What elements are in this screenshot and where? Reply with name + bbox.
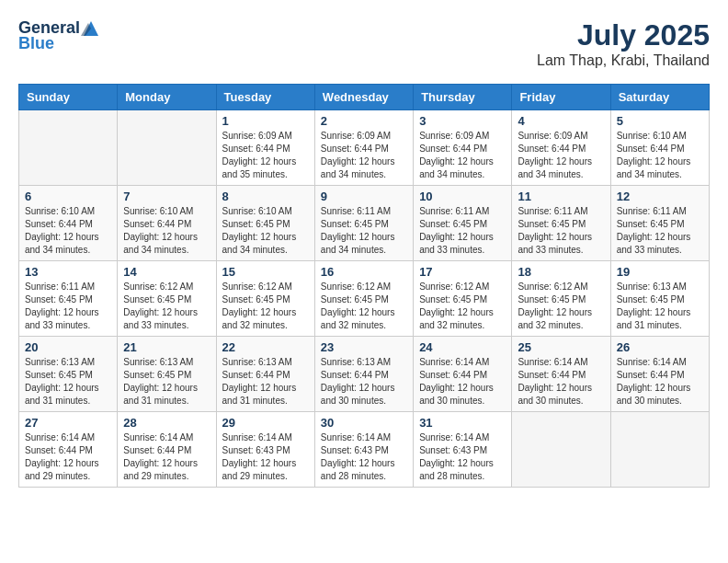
calendar-day-cell: 9Sunrise: 6:11 AM Sunset: 6:45 PM Daylig… <box>314 186 413 261</box>
day-number: 22 <box>222 340 309 354</box>
day-number: 28 <box>123 416 210 430</box>
day-of-week-header: Wednesday <box>314 85 413 110</box>
calendar-day-cell: 1Sunrise: 6:09 AM Sunset: 6:44 PM Daylig… <box>216 110 314 186</box>
day-number: 19 <box>617 265 703 279</box>
day-of-week-header: Thursday <box>414 85 512 110</box>
day-info: Sunrise: 6:12 AM Sunset: 6:45 PM Dayligh… <box>518 281 604 332</box>
calendar-day-cell: 5Sunrise: 6:10 AM Sunset: 6:44 PM Daylig… <box>610 110 709 186</box>
calendar-day-cell: 30Sunrise: 6:14 AM Sunset: 6:43 PM Dayli… <box>314 412 413 488</box>
day-info: Sunrise: 6:11 AM Sunset: 6:45 PM Dayligh… <box>419 205 506 257</box>
calendar-day-cell: 17Sunrise: 6:12 AM Sunset: 6:45 PM Dayli… <box>414 261 512 337</box>
day-info: Sunrise: 6:10 AM Sunset: 6:45 PM Dayligh… <box>222 205 309 257</box>
day-number: 20 <box>25 340 111 354</box>
day-of-week-header: Sunday <box>19 85 118 110</box>
day-info: Sunrise: 6:12 AM Sunset: 6:45 PM Dayligh… <box>321 281 407 332</box>
day-number: 14 <box>123 265 210 279</box>
day-of-week-header: Saturday <box>610 85 709 110</box>
calendar-day-cell: 18Sunrise: 6:12 AM Sunset: 6:45 PM Dayli… <box>512 261 610 337</box>
day-info: Sunrise: 6:09 AM Sunset: 6:44 PM Dayligh… <box>321 130 407 181</box>
day-number: 12 <box>617 190 703 203</box>
day-info: Sunrise: 6:13 AM Sunset: 6:45 PM Dayligh… <box>123 356 210 408</box>
calendar-day-cell: 26Sunrise: 6:14 AM Sunset: 6:44 PM Dayli… <box>610 337 709 412</box>
calendar-week-row: 6Sunrise: 6:10 AM Sunset: 6:44 PM Daylig… <box>19 186 710 261</box>
calendar-day-cell: 8Sunrise: 6:10 AM Sunset: 6:45 PM Daylig… <box>216 186 314 261</box>
logo-icon <box>81 19 101 38</box>
day-number: 9 <box>321 190 407 203</box>
day-number: 29 <box>222 416 309 430</box>
page-header: General Blue July 2025 Lam Thap, Krabi, … <box>18 18 710 69</box>
calendar-day-cell: 11Sunrise: 6:11 AM Sunset: 6:45 PM Dayli… <box>512 186 610 261</box>
calendar-day-cell: 27Sunrise: 6:14 AM Sunset: 6:44 PM Dayli… <box>19 412 118 488</box>
day-number: 16 <box>321 265 407 279</box>
calendar-day-cell: 23Sunrise: 6:13 AM Sunset: 6:44 PM Dayli… <box>314 337 413 412</box>
day-number: 30 <box>321 416 407 430</box>
location-subtitle: Lam Thap, Krabi, Thailand <box>537 52 710 69</box>
day-info: Sunrise: 6:14 AM Sunset: 6:43 PM Dayligh… <box>321 431 407 483</box>
calendar-day-cell: 10Sunrise: 6:11 AM Sunset: 6:45 PM Dayli… <box>414 186 512 261</box>
calendar-day-cell: 15Sunrise: 6:12 AM Sunset: 6:45 PM Dayli… <box>216 261 314 337</box>
calendar-day-cell <box>118 110 216 186</box>
day-info: Sunrise: 6:11 AM Sunset: 6:45 PM Dayligh… <box>321 205 407 257</box>
day-info: Sunrise: 6:11 AM Sunset: 6:45 PM Dayligh… <box>617 205 703 257</box>
day-info: Sunrise: 6:12 AM Sunset: 6:45 PM Dayligh… <box>123 281 210 332</box>
day-of-week-header: Friday <box>512 85 610 110</box>
day-info: Sunrise: 6:13 AM Sunset: 6:44 PM Dayligh… <box>321 356 407 408</box>
calendar-week-row: 27Sunrise: 6:14 AM Sunset: 6:44 PM Dayli… <box>19 412 710 488</box>
day-number: 1 <box>222 114 309 128</box>
day-info: Sunrise: 6:14 AM Sunset: 6:44 PM Dayligh… <box>123 431 210 483</box>
day-number: 13 <box>25 265 111 279</box>
calendar-table: SundayMondayTuesdayWednesdayThursdayFrid… <box>18 84 710 488</box>
logo: General Blue <box>18 18 102 53</box>
day-info: Sunrise: 6:12 AM Sunset: 6:45 PM Dayligh… <box>222 281 309 332</box>
calendar-day-cell: 14Sunrise: 6:12 AM Sunset: 6:45 PM Dayli… <box>118 261 216 337</box>
calendar-day-cell: 2Sunrise: 6:09 AM Sunset: 6:44 PM Daylig… <box>314 110 413 186</box>
day-info: Sunrise: 6:13 AM Sunset: 6:45 PM Dayligh… <box>25 356 111 408</box>
calendar-day-cell: 25Sunrise: 6:14 AM Sunset: 6:44 PM Dayli… <box>512 337 610 412</box>
day-number: 24 <box>419 340 506 354</box>
day-info: Sunrise: 6:10 AM Sunset: 6:44 PM Dayligh… <box>123 205 210 257</box>
day-number: 6 <box>25 190 111 203</box>
calendar-day-cell: 3Sunrise: 6:09 AM Sunset: 6:44 PM Daylig… <box>414 110 512 186</box>
day-number: 3 <box>419 114 506 128</box>
day-number: 18 <box>518 265 604 279</box>
day-number: 27 <box>25 416 111 430</box>
day-info: Sunrise: 6:09 AM Sunset: 6:44 PM Dayligh… <box>518 130 604 181</box>
day-info: Sunrise: 6:11 AM Sunset: 6:45 PM Dayligh… <box>25 281 111 332</box>
day-number: 7 <box>123 190 210 203</box>
calendar-day-cell: 24Sunrise: 6:14 AM Sunset: 6:44 PM Dayli… <box>414 337 512 412</box>
day-number: 26 <box>617 340 703 354</box>
day-info: Sunrise: 6:09 AM Sunset: 6:44 PM Dayligh… <box>419 130 506 181</box>
day-number: 25 <box>518 340 604 354</box>
calendar-day-cell: 20Sunrise: 6:13 AM Sunset: 6:45 PM Dayli… <box>19 337 118 412</box>
day-number: 4 <box>518 114 604 128</box>
calendar-day-cell: 4Sunrise: 6:09 AM Sunset: 6:44 PM Daylig… <box>512 110 610 186</box>
day-info: Sunrise: 6:09 AM Sunset: 6:44 PM Dayligh… <box>222 130 309 181</box>
day-info: Sunrise: 6:10 AM Sunset: 6:44 PM Dayligh… <box>25 205 111 257</box>
day-number: 8 <box>222 190 309 203</box>
calendar-day-cell: 31Sunrise: 6:14 AM Sunset: 6:43 PM Dayli… <box>414 412 512 488</box>
calendar-day-cell: 21Sunrise: 6:13 AM Sunset: 6:45 PM Dayli… <box>118 337 216 412</box>
calendar-day-cell: 28Sunrise: 6:14 AM Sunset: 6:44 PM Dayli… <box>118 412 216 488</box>
day-number: 23 <box>321 340 407 354</box>
calendar-day-cell: 13Sunrise: 6:11 AM Sunset: 6:45 PM Dayli… <box>19 261 118 337</box>
calendar-week-row: 20Sunrise: 6:13 AM Sunset: 6:45 PM Dayli… <box>19 337 710 412</box>
day-number: 10 <box>419 190 506 203</box>
title-block: July 2025 Lam Thap, Krabi, Thailand <box>537 18 710 69</box>
day-info: Sunrise: 6:13 AM Sunset: 6:45 PM Dayligh… <box>617 281 703 332</box>
calendar-day-cell: 29Sunrise: 6:14 AM Sunset: 6:43 PM Dayli… <box>216 412 314 488</box>
calendar-week-row: 13Sunrise: 6:11 AM Sunset: 6:45 PM Dayli… <box>19 261 710 337</box>
calendar-header-row: SundayMondayTuesdayWednesdayThursdayFrid… <box>19 85 710 110</box>
calendar-day-cell <box>512 412 610 488</box>
day-number: 5 <box>617 114 703 128</box>
day-number: 2 <box>321 114 407 128</box>
day-info: Sunrise: 6:14 AM Sunset: 6:44 PM Dayligh… <box>518 356 604 408</box>
calendar-day-cell: 19Sunrise: 6:13 AM Sunset: 6:45 PM Dayli… <box>610 261 709 337</box>
calendar-day-cell: 12Sunrise: 6:11 AM Sunset: 6:45 PM Dayli… <box>610 186 709 261</box>
month-year-title: July 2025 <box>537 18 710 52</box>
calendar-day-cell: 16Sunrise: 6:12 AM Sunset: 6:45 PM Dayli… <box>314 261 413 337</box>
day-info: Sunrise: 6:14 AM Sunset: 6:43 PM Dayligh… <box>222 431 309 483</box>
calendar-day-cell: 7Sunrise: 6:10 AM Sunset: 6:44 PM Daylig… <box>118 186 216 261</box>
day-info: Sunrise: 6:14 AM Sunset: 6:44 PM Dayligh… <box>25 431 111 483</box>
day-info: Sunrise: 6:14 AM Sunset: 6:44 PM Dayligh… <box>419 356 506 408</box>
day-number: 15 <box>222 265 309 279</box>
